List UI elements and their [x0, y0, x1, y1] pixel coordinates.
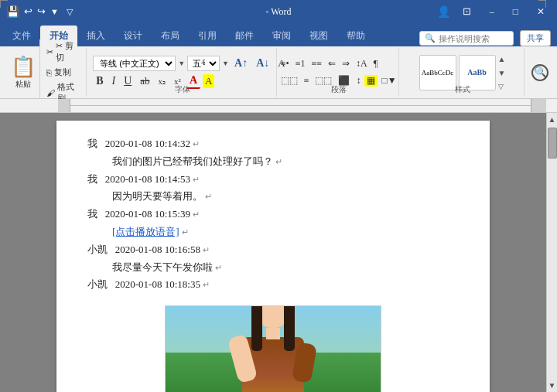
copy-icon: ⎘ [46, 68, 52, 77]
styles-down-icon[interactable]: ▼ [498, 69, 506, 77]
paragraph-group: 段落 ≡• ≡1 ≡≡ ⇐ ⇒ ↕A ¶ ⬚⬚ ≡ ⬚⬚ ⬛ ↕ ▦ □▼ [278, 48, 399, 97]
sort-button[interactable]: ↕A [354, 56, 370, 71]
line-6: [点击播放语音] ↵ [87, 224, 459, 240]
document-page: 我 2020-01-08 10:14:32 ↵ 我们的图片已经帮我们处理好了吗？… [56, 121, 490, 392]
ribbon-toggle-icon[interactable]: ⊡ [456, 4, 477, 19]
person-hair-right [284, 305, 295, 351]
scroll-up-button[interactable]: ▲ [547, 113, 557, 126]
tab-mailings[interactable]: 邮件 [226, 26, 263, 46]
ribbon: 📋 粘贴 ✂ ✂ 剪切 ⎘ 复制 🖌 格式刷 剪贴板 字体 等线 (中文正文 [0, 46, 557, 99]
tab-references[interactable]: 引用 [189, 26, 226, 46]
tab-file[interactable]: 文件 [3, 26, 40, 46]
font-group-label: 字体 [88, 84, 276, 95]
person-hair-left [251, 305, 262, 351]
font-grow-button[interactable]: A↑ [231, 56, 251, 70]
content-area: 我 2020-01-08 10:14:32 ↵ 我们的图片已经帮我们处理好了吗？… [0, 113, 557, 392]
paragraph-group-label: 段落 [278, 84, 398, 95]
titlebar-title: - Word [265, 6, 291, 18]
font-size-arrow: ▼ [222, 60, 229, 67]
woman-photo [165, 305, 381, 392]
copy-button[interactable]: ⎘ 复制 [43, 66, 81, 79]
scrollbar-vertical[interactable]: ▲ ▼ [546, 113, 557, 392]
quick-access-more-icon[interactable]: ▼ [50, 7, 59, 16]
author-1: 我 [87, 138, 97, 149]
ruler [0, 99, 557, 113]
titlebar: 💾 ↩ ↪ ▼ ▽ - Word 👤 ⊡ – □ ✕ [0, 0, 557, 23]
font-size-select[interactable]: 五号 [187, 56, 220, 71]
titlebar-right: 👤 ⊡ – □ ✕ [437, 4, 551, 19]
indent-button[interactable]: ⇒ [340, 56, 352, 71]
tab-insert[interactable]: 插入 [77, 26, 114, 46]
line-3: 我 2020-01-08 10:14:53 ↵ [87, 172, 459, 188]
ruler-right-margin [531, 99, 546, 112]
bullets-button[interactable]: ≡• [278, 56, 292, 71]
timestamp-2: 2020-01-08 10:14:53 [105, 173, 190, 185]
line-8: 我尽量今天下午发你啦 ↵ [87, 260, 459, 276]
share-button[interactable]: 共享 [520, 30, 551, 46]
tab-design[interactable]: 设计 [114, 26, 152, 46]
format-painter-icon: 🖌 [46, 88, 55, 97]
styles-up-icon[interactable]: ▲ [498, 55, 506, 63]
redo-icon[interactable]: ↪ [37, 5, 46, 18]
tab-view[interactable]: 视图 [300, 26, 337, 46]
numbering-button[interactable]: ≡1 [293, 56, 308, 71]
search-box[interactable]: 🔍 [419, 31, 514, 46]
show-marks-button[interactable]: ¶ [371, 56, 380, 71]
find-icon: 🔍 [534, 66, 547, 79]
line-5: 我 2020-01-08 10:15:39 ↵ [87, 206, 459, 223]
scroll-thumb[interactable] [548, 128, 557, 159]
author-5: 小凯 [87, 278, 108, 290]
timestamp-3: 2020-01-08 10:15:39 [105, 208, 190, 220]
tab-review[interactable]: 审阅 [263, 26, 300, 46]
font-family-arrow: ▼ [178, 60, 185, 67]
cut-icon: ✂ [46, 47, 53, 57]
outdent-button[interactable]: ⇐ [326, 56, 338, 71]
line-4: 因为明天要等着用。 ↵ [87, 189, 459, 205]
ribbon-minimize-icon[interactable]: ▽ [67, 7, 73, 17]
ribbon-tabs: 文件 开始 插入 设计 布局 引用 邮件 审阅 视图 帮助 🔍 共享 [0, 23, 557, 46]
multilevel-button[interactable]: ≡≡ [309, 56, 324, 71]
tab-right-area: 🔍 共享 [419, 30, 557, 46]
line-7: 小凯 2020-01-08 10:16:58 ↵ [87, 242, 459, 258]
undo-icon[interactable]: ↩ [24, 5, 32, 18]
paste-label: 粘贴 [15, 79, 31, 90]
paste-button[interactable]: 📋 粘贴 [8, 52, 39, 93]
account-icon[interactable]: 👤 [437, 5, 450, 19]
tab-help[interactable]: 帮助 [337, 26, 374, 46]
author-4: 小凯 [87, 244, 108, 255]
author-2: 我 [87, 173, 97, 185]
line-9: 小凯 2020-01-08 10:18:35 ↵ [87, 277, 459, 293]
audio-link[interactable]: [点击播放语音] [112, 226, 179, 237]
search-icon: 🔍 [425, 33, 436, 43]
search-input[interactable] [439, 34, 508, 43]
titlebar-left: 💾 ↩ ↪ ▼ ▽ [6, 5, 73, 19]
font-group: 字体 等线 (中文正文) ▼ 五号 ▼ A↑ A↓ A B I U ab x [88, 48, 277, 97]
font-shrink-button[interactable]: A↓ [253, 56, 272, 70]
ruler-left-margin [58, 99, 70, 112]
font-family-select[interactable]: 等线 (中文正文) [93, 56, 176, 71]
save-icon[interactable]: 💾 [6, 5, 19, 19]
styles-group: 样式 AaBbCcDc AaBb ▲ ▼ ▽ [401, 48, 525, 97]
styles-group-label: 样式 [401, 84, 524, 95]
find-button[interactable]: 🔍 [531, 64, 548, 81]
document-scroll[interactable]: 我 2020-01-08 10:14:32 ↵ 我们的图片已经帮我们处理好了吗？… [0, 113, 546, 392]
author-3: 我 [87, 208, 97, 220]
line-2: 我们的图片已经帮我们处理好了吗？ ↵ [87, 154, 459, 170]
maximize-button[interactable]: □ [507, 5, 525, 19]
minimize-button[interactable]: – [484, 5, 501, 19]
clipboard-group: 📋 粘贴 ✂ ✂ 剪切 ⎘ 复制 🖌 格式刷 剪贴板 [3, 48, 87, 97]
ruler-marks [70, 99, 545, 112]
timestamp-1: 2020-01-08 10:14:32 [105, 138, 190, 149]
ribbon-search-group: 🔍 [526, 48, 554, 97]
cut-button[interactable]: ✂ ✂ 剪切 [43, 39, 81, 64]
photo-wrapper [87, 299, 459, 392]
paste-icon: 📋 [11, 55, 36, 79]
timestamp-4: 2020-01-08 10:16:58 [115, 244, 200, 255]
timestamp-5: 2020-01-08 10:18:35 [115, 278, 200, 290]
tab-layout[interactable]: 布局 [152, 26, 189, 46]
line-1: 我 2020-01-08 10:14:32 ↵ [87, 136, 459, 152]
person-neck [266, 328, 280, 339]
